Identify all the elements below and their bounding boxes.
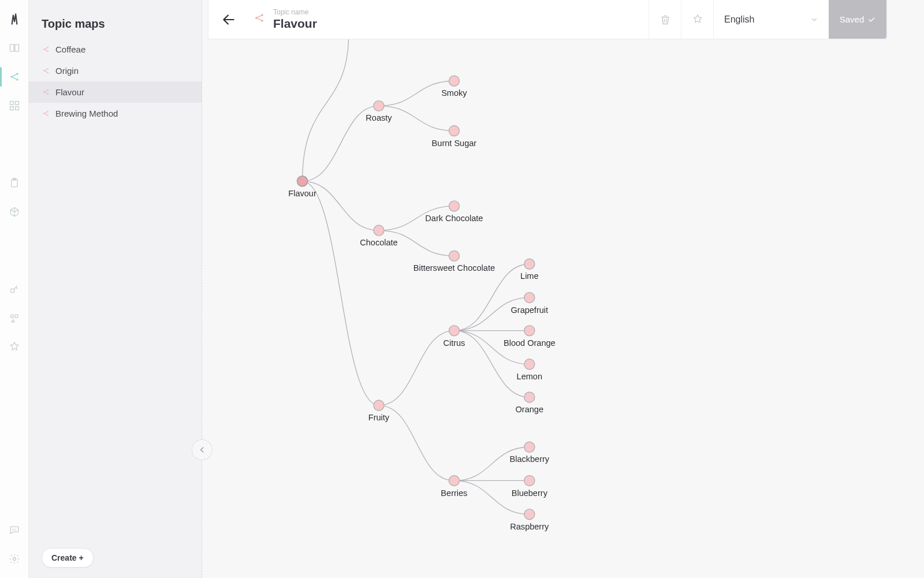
sidebar-panel: Topic maps CoffeaeOriginFlavourBrewing M… xyxy=(29,0,202,578)
mindmap-node-label: Blood Orange xyxy=(504,338,556,348)
title-eyebrow: Topic name xyxy=(273,8,317,16)
svg-point-15 xyxy=(47,47,48,48)
svg-point-9 xyxy=(10,289,14,293)
svg-point-34 xyxy=(449,201,459,211)
share-nodes-icon xyxy=(42,88,50,96)
svg-point-31 xyxy=(449,76,459,86)
key-icon[interactable] xyxy=(7,282,22,297)
svg-text:A文: A文 xyxy=(12,528,16,531)
create-button[interactable]: Create + xyxy=(42,548,94,568)
share-nodes-icon xyxy=(254,12,265,26)
sidebar-item-label: Brewing Method xyxy=(55,109,118,118)
shapes-icon[interactable] xyxy=(7,311,22,326)
share-nodes-icon xyxy=(42,46,50,54)
svg-point-23 xyxy=(43,113,44,114)
mindmap-node[interactable]: Bittersweet Chocolate xyxy=(413,251,495,273)
svg-point-42 xyxy=(524,392,535,402)
back-button[interactable] xyxy=(208,12,249,27)
clipboard-icon[interactable] xyxy=(7,176,22,191)
svg-point-20 xyxy=(43,91,44,92)
mindmap-node[interactable]: Lemon xyxy=(517,359,542,381)
sidebar-item-coffeae[interactable]: Coffeae xyxy=(29,39,202,60)
sidebar-title: Topic maps xyxy=(29,17,202,39)
chat-icon[interactable]: A文 xyxy=(7,523,22,538)
edge xyxy=(454,264,529,330)
svg-point-16 xyxy=(47,51,48,52)
mindmap-node[interactable]: Dark Chocolate xyxy=(425,201,483,223)
mindmap-node-label: Burnt Sugar xyxy=(432,139,477,148)
language-select-value: English xyxy=(724,14,754,25)
sidebar-item-origin[interactable]: Origin xyxy=(29,60,202,81)
create-button-label: Create + xyxy=(51,553,84,562)
mindmap-node[interactable]: Smoky xyxy=(441,76,467,98)
mindmap-node-label: Flavour xyxy=(288,189,316,198)
mindmap-node[interactable]: Roasty xyxy=(366,100,392,122)
svg-point-19 xyxy=(47,72,48,73)
share-nodes-icon xyxy=(42,67,50,75)
mindmap-node[interactable]: Fruity xyxy=(368,400,390,422)
settings-button[interactable] xyxy=(681,0,713,39)
svg-rect-11 xyxy=(14,315,17,318)
svg-point-13 xyxy=(13,558,16,561)
svg-point-24 xyxy=(47,111,48,112)
svg-point-1 xyxy=(16,73,18,74)
svg-point-37 xyxy=(449,326,459,336)
title-block: Topic name Flavour xyxy=(249,8,649,31)
mindmap-node[interactable]: Blood Orange xyxy=(504,326,556,348)
mindmap-node-label: Berries xyxy=(441,488,467,498)
svg-point-27 xyxy=(261,14,263,17)
star-cog-icon xyxy=(692,14,703,25)
svg-point-32 xyxy=(449,125,459,136)
mindmap-node-label: Citrus xyxy=(443,338,465,348)
mindmap-canvas[interactable]: FlavourRoastySmokyBurnt SugarChocolateDa… xyxy=(202,39,924,578)
mindmap-node-label: Dark Chocolate xyxy=(425,214,483,223)
svg-point-17 xyxy=(43,70,44,71)
svg-point-22 xyxy=(47,94,48,95)
logo-icon xyxy=(7,12,22,27)
language-select[interactable]: English xyxy=(713,0,829,39)
mindmap-node-label: Roasty xyxy=(366,113,392,122)
svg-point-38 xyxy=(524,259,535,269)
mindmap-node[interactable]: Lime xyxy=(520,259,539,281)
svg-point-35 xyxy=(449,251,459,261)
mindmap-node-label: Blackberry xyxy=(509,454,549,464)
mindmap-node[interactable]: Blueberry xyxy=(512,475,548,497)
mindmap-node-label: Raspberry xyxy=(510,522,549,531)
svg-point-43 xyxy=(449,475,459,486)
book-icon[interactable] xyxy=(7,40,22,55)
edge xyxy=(379,405,454,480)
mindmap-node-label: Bittersweet Chocolate xyxy=(413,263,495,273)
svg-point-33 xyxy=(374,225,384,236)
grid-icon[interactable] xyxy=(7,98,22,113)
topbar: Topic name Flavour English xyxy=(208,0,887,39)
mindmap-node[interactable]: Grapefruit xyxy=(511,292,549,314)
cube-icon[interactable] xyxy=(7,204,22,219)
svg-point-39 xyxy=(524,292,535,303)
svg-point-18 xyxy=(47,68,48,69)
mindmap-node[interactable]: Chocolate xyxy=(360,225,397,247)
star-cog-icon[interactable] xyxy=(7,340,22,355)
svg-point-2 xyxy=(16,79,18,80)
mindmap-node[interactable]: Blackberry xyxy=(509,442,549,464)
main-area: Topic name Flavour English xyxy=(202,0,924,578)
delete-button[interactable] xyxy=(649,0,681,39)
sidebar-item-flavour[interactable]: Flavour xyxy=(29,81,202,103)
icon-rail: A文 xyxy=(0,0,29,578)
share-nodes-icon[interactable] xyxy=(7,69,22,84)
mindmap-svg: FlavourRoastySmokyBurnt SugarChocolateDa… xyxy=(202,39,924,578)
gear-icon[interactable] xyxy=(7,551,22,566)
saved-indicator: Saved xyxy=(829,0,886,39)
svg-point-36 xyxy=(374,400,384,411)
mindmap-node[interactable]: Citrus xyxy=(443,326,465,348)
svg-point-10 xyxy=(10,315,13,318)
sidebar-item-brewing-method[interactable]: Brewing Method xyxy=(29,103,202,124)
svg-point-29 xyxy=(297,176,308,187)
svg-rect-4 xyxy=(15,102,18,105)
mindmap-node-label: Fruity xyxy=(368,413,390,422)
svg-point-21 xyxy=(47,90,48,91)
mindmap-node-label: Orange xyxy=(516,405,543,414)
svg-point-14 xyxy=(43,49,44,50)
mindmap-node-label: Grapefruit xyxy=(511,305,549,315)
edge xyxy=(303,181,379,405)
svg-rect-6 xyxy=(15,107,18,110)
